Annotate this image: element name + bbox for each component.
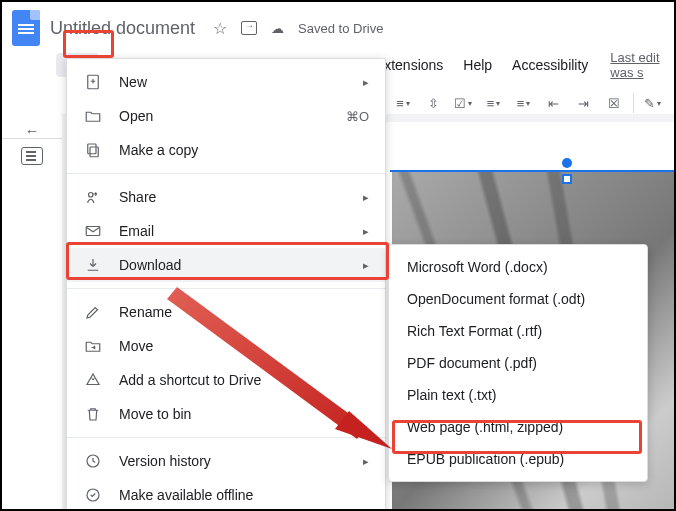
download-epub[interactable]: EPUB publication (.epub) [389, 443, 647, 475]
menu-move-to-bin[interactable]: Move to bin [67, 397, 385, 431]
clear-format-button[interactable]: ☒ [603, 90, 625, 116]
download-odt[interactable]: OpenDocument format (.odt) [389, 283, 647, 315]
menu-available-offline[interactable]: Make available offline [67, 478, 385, 511]
svg-rect-1 [90, 147, 98, 157]
outline-icon[interactable] [21, 147, 43, 165]
svg-rect-2 [88, 144, 96, 154]
folder-icon [83, 106, 103, 126]
download-txt[interactable]: Plain text (.txt) [389, 379, 647, 411]
svg-point-3 [89, 193, 94, 198]
selection-handle[interactable] [562, 174, 572, 184]
cloud-status-icon[interactable]: ☁ [271, 21, 284, 36]
file-dropdown: New ▸ Open ⌘O Make a copy Share ▸ Email … [66, 58, 386, 511]
checklist-button[interactable]: ☑▾ [452, 90, 474, 116]
saved-status: Saved to Drive [298, 21, 383, 36]
menu-make-copy[interactable]: Make a copy [67, 133, 385, 167]
selection-handle[interactable] [562, 158, 572, 168]
back-arrow-icon[interactable]: ← [25, 122, 40, 139]
menu-version-history[interactable]: Version history ▸ [67, 444, 385, 478]
download-icon [83, 255, 103, 275]
offline-icon [83, 485, 103, 505]
docs-logo[interactable] [12, 10, 40, 46]
move-folder-icon [83, 336, 103, 356]
submenu-arrow-icon: ▸ [363, 259, 369, 272]
shortcut: ⌘O [346, 109, 369, 124]
menu-help[interactable]: Help [453, 53, 502, 77]
star-icon[interactable]: ☆ [213, 19, 227, 38]
email-icon [83, 221, 103, 241]
last-edit-link[interactable]: Last edit was s [610, 50, 674, 80]
rename-icon [83, 302, 103, 322]
download-submenu: Microsoft Word (.docx) OpenDocument form… [388, 244, 648, 482]
menu-accessibility[interactable]: Accessibility [502, 53, 598, 77]
menu-email[interactable]: Email ▸ [67, 214, 385, 248]
mode-button[interactable]: ✎▾ [642, 90, 664, 116]
doc-title[interactable]: Untitled document [50, 18, 195, 39]
share-icon [83, 187, 103, 207]
drive-shortcut-icon [83, 370, 103, 390]
copy-icon [83, 140, 103, 160]
download-docx[interactable]: Microsoft Word (.docx) [389, 251, 647, 283]
menu-new[interactable]: New ▸ [67, 65, 385, 99]
trash-icon [83, 404, 103, 424]
history-icon [83, 451, 103, 471]
submenu-arrow-icon: ▸ [363, 225, 369, 238]
menu-move[interactable]: Move [67, 329, 385, 363]
menu-rename[interactable]: Rename [67, 295, 385, 329]
download-rtf[interactable]: Rich Text Format (.rtf) [389, 315, 647, 347]
indent-button[interactable]: ⇥ [573, 90, 595, 116]
submenu-arrow-icon: ▸ [363, 455, 369, 468]
submenu-arrow-icon: ▸ [363, 191, 369, 204]
menu-add-shortcut[interactable]: Add a shortcut to Drive [67, 363, 385, 397]
menu-open[interactable]: Open ⌘O [67, 99, 385, 133]
selection-border [390, 170, 674, 172]
move-icon[interactable] [241, 21, 257, 35]
outdent-button[interactable]: ⇤ [543, 90, 565, 116]
menu-share[interactable]: Share ▸ [67, 180, 385, 214]
numbered-list-button[interactable]: ≡▾ [513, 90, 535, 116]
download-html[interactable]: Web page (.html, zipped) [389, 411, 647, 443]
download-pdf[interactable]: PDF document (.pdf) [389, 347, 647, 379]
bulleted-list-button[interactable]: ≡▾ [482, 90, 504, 116]
menu-download[interactable]: Download ▸ [67, 248, 385, 282]
svg-rect-4 [86, 227, 100, 236]
align-button[interactable]: ≡▾ [392, 90, 414, 116]
new-doc-icon [83, 72, 103, 92]
submenu-arrow-icon: ▸ [363, 76, 369, 89]
line-spacing-button[interactable]: ⇳ [422, 90, 444, 116]
